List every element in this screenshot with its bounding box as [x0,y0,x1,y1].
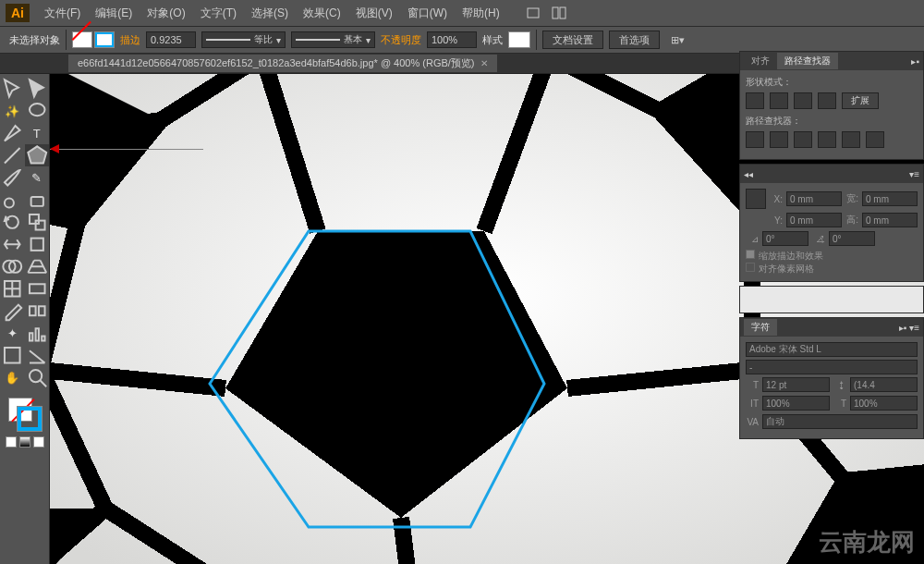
align-pixel-checkbox[interactable] [746,263,755,272]
scale-tool[interactable] [25,211,50,233]
menu-file[interactable]: 文件(F) [37,6,88,21]
font-family-select[interactable]: Adobe 宋体 Std L [746,342,918,357]
svg-rect-20 [35,328,38,340]
menu-object[interactable]: 对象(O) [140,6,192,21]
slice-tool[interactable] [25,344,50,366]
kerning-input[interactable]: 自动 [762,414,918,429]
pencil-tool[interactable]: ✎ [25,166,50,189]
width-input[interactable]: 0 mm [862,191,918,206]
selection-tool[interactable] [0,78,25,100]
stroke-indicator[interactable] [18,407,42,431]
menu-effect[interactable]: 效果(C) [296,6,348,21]
perspective-grid-tool[interactable] [25,255,50,277]
pathfinder-panel: 对齐 路径查找器 ▸▪ 形状模式： 扩展 路径查找器： [739,51,924,160]
x-label: X: [770,194,783,204]
reference-point-icon[interactable] [746,189,766,209]
panel-menu-icon[interactable]: ▸▪ ▾≡ [899,323,919,333]
outline-button[interactable] [842,131,860,148]
direct-selection-tool[interactable] [25,78,50,100]
panel-menu-icon[interactable]: ▸▪ [911,56,919,67]
fill-stroke-swatches[interactable] [72,31,115,48]
gradient-mode-swatch[interactable] [19,436,30,448]
expand-button[interactable]: 扩展 [842,92,879,109]
character-panel: 字符 ▸▪ ▾≡ Adobe 宋体 Std L - T12 pt ⭥(14.4 … [739,317,924,439]
artboard-tool[interactable] [0,344,25,366]
crop-button[interactable] [818,131,836,148]
arrange-icon[interactable] [552,6,566,20]
toolbar: ✨ T ✎ ✦ ✋ [0,74,50,564]
stroke-profile-select[interactable]: 等比▾ [201,31,286,48]
exclude-button[interactable] [818,92,836,109]
column-graph-tool[interactable] [25,322,50,344]
color-mode-swatch[interactable] [6,436,17,448]
merge-button[interactable] [794,131,812,148]
vscale-input[interactable]: 100% [762,396,830,411]
brush-select[interactable]: 基本▾ [291,31,375,48]
hand-tool[interactable]: ✋ [0,366,25,388]
panel-collapse-icon[interactable]: ◂◂ [744,169,753,179]
line-tool[interactable] [0,144,25,166]
pen-tool[interactable] [0,122,25,144]
fill-stroke-indicator[interactable] [0,394,49,451]
blob-brush-tool[interactable] [0,189,25,211]
paintbrush-tool[interactable] [0,166,25,189]
width-tool[interactable] [0,233,25,255]
minus-front-button[interactable] [770,92,788,109]
scale-strokes-checkbox[interactable] [746,250,755,259]
character-tab[interactable]: 字符 [744,319,777,336]
rotate-tool[interactable] [0,211,25,233]
menu-type[interactable]: 文字(T) [193,6,244,21]
zoom-tool[interactable] [25,366,50,388]
symbol-sprayer-tool[interactable]: ✦ [0,322,25,344]
close-icon[interactable]: ✕ [480,58,488,68]
height-input[interactable]: 0 mm [862,213,918,227]
type-tool[interactable]: T [25,122,50,144]
magic-wand-tool[interactable]: ✨ [0,100,25,122]
stroke-weight-input[interactable]: 0.9235 [146,31,196,48]
menu-help[interactable]: 帮助(H) [455,6,507,21]
lasso-tool[interactable] [25,100,50,122]
svg-line-24 [40,380,46,386]
gradient-tool[interactable] [25,277,50,300]
menu-select[interactable]: 选择(S) [244,6,296,21]
free-transform-tool[interactable] [25,233,50,255]
menu-window[interactable]: 窗口(W) [400,6,455,21]
leading-input[interactable]: (14.4 [850,377,918,392]
trim-button[interactable] [770,131,788,148]
hscale-input[interactable]: 100% [850,396,918,411]
shear-input[interactable]: 0° [829,231,875,246]
shape-builder-tool[interactable] [0,255,25,277]
align-tab[interactable]: 对齐 [744,53,777,69]
stroke-label[interactable]: 描边 [120,33,140,47]
none-mode-swatch[interactable] [33,436,44,448]
fill-swatch[interactable] [72,31,92,48]
minus-back-button[interactable] [866,131,884,148]
opacity-input[interactable]: 100% [427,31,477,48]
pathfinder-tab[interactable]: 路径查找器 [777,53,838,69]
style-swatch[interactable] [508,31,530,48]
align-icon[interactable]: ⊞▾ [671,34,685,46]
menu-view[interactable]: 视图(V) [348,6,400,21]
document-setup-button[interactable]: 文档设置 [542,31,603,49]
font-style-select[interactable]: - [746,360,918,374]
eraser-tool[interactable] [25,189,50,211]
x-input[interactable]: 0 mm [786,191,842,206]
intersect-button[interactable] [794,92,812,109]
mesh-tool[interactable] [0,277,25,300]
divide-button[interactable] [746,131,764,148]
unite-button[interactable] [746,92,764,109]
blend-tool[interactable] [25,300,50,322]
menu-edit[interactable]: 编辑(E) [88,6,140,21]
selection-status: 未选择对象 [9,33,60,47]
eyedropper-tool[interactable] [0,300,25,322]
polygon-tool[interactable] [25,144,50,166]
document-tab[interactable]: e66fd1441d12e0566470857602ef6152_t0182a3… [68,55,497,72]
panel-menu-icon[interactable]: ▾≡ [909,169,919,179]
rotate-input[interactable]: 0° [762,231,808,246]
bridge-icon[interactable] [526,6,541,20]
stroke-swatch[interactable] [94,31,115,48]
preferences-button[interactable]: 首选项 [609,31,660,49]
opacity-label[interactable]: 不透明度 [381,33,421,47]
font-size-input[interactable]: 12 pt [762,377,830,392]
y-input[interactable]: 0 mm [786,213,842,227]
